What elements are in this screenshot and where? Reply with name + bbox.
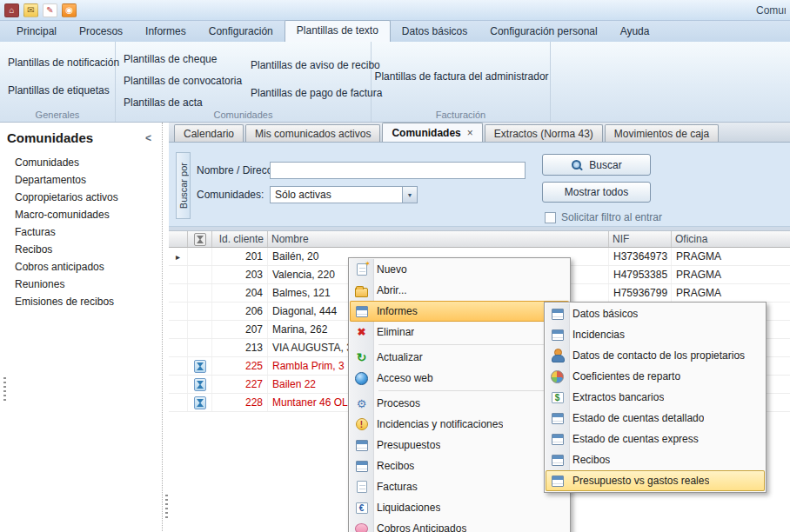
ribbon-tab-configuracion-personal[interactable]: Configuración personal (479, 22, 608, 42)
menu-item-procesos[interactable]: ⚙ Procesos ▶ (350, 393, 569, 414)
sidebar-item-recibos[interactable]: Recibos (0, 241, 162, 258)
menu-item-abrir[interactable]: Abrir... (350, 280, 569, 301)
menu-item-cobros-anticipados[interactable]: Cobros Anticipados (350, 518, 569, 532)
sidebar-item-reuniones[interactable]: Reuniones (0, 276, 162, 293)
ribbon-group-facturacion: Plantillas de factura del administrador … (372, 42, 551, 122)
submenu-item-estado-cuentas-detallado[interactable]: Estado de cuentas detallado (546, 408, 765, 429)
ribbon-tab-plantillas-de-texto[interactable]: Plantillas de texto (285, 20, 391, 42)
sidebar-item-departamentos[interactable]: Departamentos (0, 171, 162, 189)
sidebar-title: Comunidades (7, 130, 145, 145)
menu-item-actualizar[interactable]: ↻ Actualizar (350, 347, 569, 368)
ribbon-tab-informes[interactable]: Informes (134, 22, 198, 42)
sidebar-item-cobros-anticipados[interactable]: Cobros anticipados (0, 258, 162, 276)
notification-icon: ! (354, 417, 369, 432)
submenu-item-recibos[interactable]: Recibos (546, 449, 765, 470)
tab-calendario[interactable]: Calendario (174, 124, 244, 142)
ribbon-tab-configuracion[interactable]: Configuración (198, 22, 285, 42)
buscar-button-label: Buscar (589, 159, 621, 171)
ribbon-item-plantillas-convocatoria[interactable]: Plantillas de convocatoria (119, 72, 246, 90)
column-header-oficina[interactable]: Oficina (672, 231, 790, 247)
name-address-input[interactable] (270, 162, 526, 179)
solicitar-filtro-checkbox[interactable] (545, 212, 556, 223)
menu-item-informes[interactable]: Informes ▶ (350, 301, 569, 322)
buscar-button[interactable]: Buscar (542, 154, 651, 176)
bank-icon[interactable]: ⌂ (4, 3, 19, 17)
search-group-tab[interactable]: Buscar por (176, 152, 191, 219)
close-tab-icon[interactable]: × (467, 127, 473, 139)
communities-dropdown[interactable]: Sólo activas ▼ (270, 186, 418, 203)
menu-item-label: Extractos bancarios (572, 391, 664, 403)
submenu-item-estado-cuentas-express[interactable]: Estado de cuentas express (546, 429, 765, 449)
sidebar-splitter[interactable] (162, 123, 169, 531)
sidebar-collapse-button[interactable]: < (145, 132, 151, 144)
sidebar-item-emisiones-de-recibos[interactable]: Emisiones de recibos (0, 293, 162, 310)
ribbon-item-plantillas-etiquetas[interactable]: Plantillas de etiquetas (3, 82, 113, 99)
tab-movimientos-de-caja[interactable]: Movimientos de caja (605, 124, 719, 142)
menu-item-presupuestos[interactable]: Presupuestos (350, 435, 569, 456)
menu-item-label: Abrir... (377, 284, 407, 296)
menu-item-recibos[interactable]: Recibos (350, 456, 569, 476)
hourglass-icon (194, 360, 206, 373)
tab-comunidades[interactable]: Comunidades × (382, 123, 482, 142)
ribbon-tab-ayuda[interactable]: Ayuda (609, 22, 661, 42)
menu-item-label: Estado de cuentas express (572, 433, 699, 445)
ribbon-tab-principal[interactable]: Principal (5, 22, 68, 42)
titlebar: ⌂ ✉ ✎ ◉ Comur (0, 0, 790, 21)
menu-item-label: Datos de contacto de los propietarios (572, 349, 745, 362)
menu-item-nuevo[interactable]: ✶ Nuevo (350, 259, 569, 280)
cell-id: 225 (212, 357, 268, 375)
tab-mis-comunicados-activos[interactable]: Mis comunicados activos (245, 124, 380, 142)
report-icon (550, 474, 565, 489)
invoice-icon (354, 480, 369, 495)
submenu-item-datos-de-contacto[interactable]: Datos de contacto de los propietarios (546, 345, 765, 366)
splitter-grip[interactable] (165, 495, 168, 521)
solicitar-filtro-label[interactable]: Solicitar filtro al entrar (561, 211, 662, 223)
sidebar-item-comunidades[interactable]: Comunidades (0, 154, 162, 171)
sidebar-item-copropietarios-activos[interactable]: Copropietarios activos (0, 189, 162, 206)
ribbon-tab-datos-basicos[interactable]: Datos básicos (391, 22, 479, 42)
ribbon-item-plantillas-acta[interactable]: Plantillas de acta (119, 94, 246, 111)
ribbon-group-generales: Plantillas de notificación Plantillas de… (0, 42, 116, 122)
context-menu: ✶ Nuevo Abrir... Informes ▶ ✖ Eliminar ↻… (348, 257, 571, 532)
submenu-item-presupuesto-vs-gastos-reales[interactable]: Presupuesto vs gastos reales (546, 470, 765, 491)
ribbon-tab-procesos[interactable]: Procesos (68, 22, 134, 42)
tab-extractos-norma-43[interactable]: Extractos (Norma 43) (485, 124, 603, 142)
mostrar-todos-button[interactable]: Mostrar todos (542, 182, 651, 203)
document-tab-bar: Calendario Mis comunicados activos Comun… (169, 123, 790, 143)
menu-item-liquidaciones[interactable]: € Liquidaciones (350, 497, 569, 518)
column-header-nombre[interactable]: Nombre (268, 231, 609, 247)
submenu-item-datos-basicos[interactable]: Datos básicos (546, 303, 765, 324)
chevron-down-icon[interactable]: ▼ (402, 187, 417, 203)
submenu-item-incidencias[interactable]: Incidencias (546, 324, 765, 345)
menu-item-incidencias-y-notificaciones[interactable]: ! Incidencias y notificaciones (350, 414, 569, 435)
feed-icon[interactable]: ◉ (62, 3, 77, 17)
sidebar-item-macro-comunidades[interactable]: Macro-comunidades (0, 206, 162, 223)
column-header-id-cliente[interactable]: Id. cliente (212, 231, 268, 247)
cell-nif: H47953385 (609, 266, 672, 283)
menu-item-facturas[interactable]: Facturas ▶ (350, 476, 569, 497)
mail-icon[interactable]: ✉ (23, 3, 38, 17)
mostrar-todos-label: Mostrar todos (565, 186, 628, 198)
menu-item-label: Procesos (377, 397, 420, 409)
submenu-item-coeficientes-de-reparto[interactable]: Coeficientes de reparto (546, 366, 765, 387)
column-header-nif[interactable]: NIF (609, 231, 672, 247)
left-splitter-grip[interactable] (3, 377, 6, 403)
ribbon-item-plantillas-cheque[interactable]: Plantillas de cheque (119, 50, 246, 68)
ribbon-group-label: Comunidades (116, 110, 371, 120)
menu-item-label: Liquidaciones (377, 502, 440, 514)
submenu-item-extractos-bancarios[interactable]: $ Extractos bancarios (546, 387, 765, 408)
ribbon-item-plantillas-aviso-recibo[interactable]: Plantillas de aviso de recibo (246, 57, 375, 74)
ribbon-item-plantillas-pago-factura[interactable]: Plantillas de pago de factura (246, 84, 375, 102)
status-column-header[interactable] (188, 231, 212, 247)
ribbon-item-plantillas-notificacion[interactable]: Plantillas de notificación (3, 54, 113, 71)
sidebar-item-facturas[interactable]: Facturas (0, 223, 162, 241)
menu-item-eliminar[interactable]: ✖ Eliminar (350, 322, 569, 342)
solicitar-filtro-checkbox-row: Solicitar filtro al entrar (545, 211, 662, 223)
cell-id: 228 (212, 394, 268, 411)
menu-item-label: Estado de cuentas detallado (572, 412, 704, 424)
menu-item-acceso-web[interactable]: Acceso web (350, 368, 569, 389)
ribbon-item-plantillas-factura-administrador[interactable]: Plantillas de factura del administrador (370, 68, 552, 85)
ribbon-content: Plantillas de notificación Plantillas de… (0, 42, 790, 123)
menu-item-label: Facturas (377, 481, 418, 493)
edit-icon[interactable]: ✎ (43, 3, 57, 17)
